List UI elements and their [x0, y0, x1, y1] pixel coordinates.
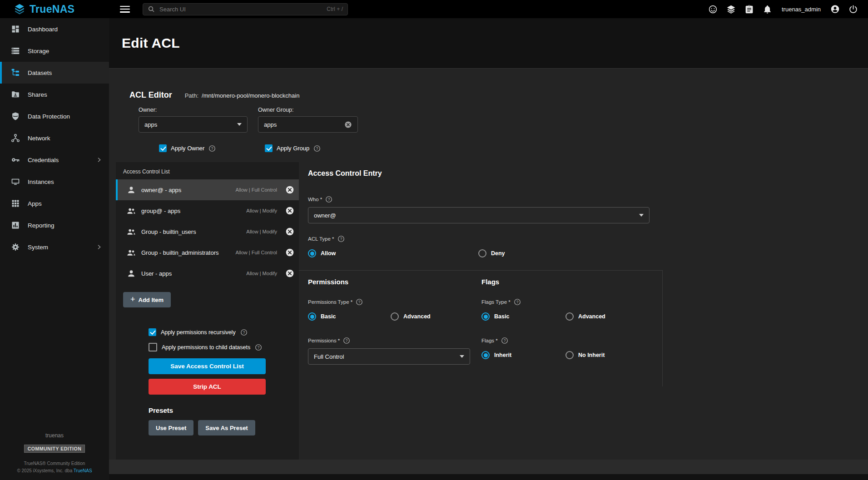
remove-entry-icon[interactable] — [285, 227, 294, 236]
truenas-logo[interactable]: TrueNAS — [0, 3, 109, 15]
owner-group-input[interactable]: apps — [258, 116, 358, 133]
help-icon[interactable]: ? — [240, 329, 248, 336]
hostname: truenas — [0, 432, 109, 439]
truenas-link[interactable]: TrueNAS — [74, 468, 92, 473]
hamburger-menu-icon[interactable] — [120, 6, 130, 13]
bell-icon[interactable] — [763, 5, 772, 14]
sidebar-item-system[interactable]: System — [0, 236, 109, 258]
remove-entry-icon[interactable] — [285, 206, 294, 215]
help-icon[interactable]: ? — [337, 235, 345, 242]
child-datasets-label: Apply permissions to child datasets — [162, 344, 250, 351]
datasets-icon — [11, 68, 20, 77]
access-control-list-panel: Access Control List owner@ - apps Allow … — [116, 162, 299, 460]
sidebar-item-credentials[interactable]: Credentials — [0, 149, 109, 171]
radio-button-icon — [308, 312, 316, 321]
sidebar: Dashboard Storage Datasets Shares Data P… — [0, 18, 109, 480]
group-icon — [127, 248, 136, 257]
svg-text:?: ? — [258, 345, 260, 349]
sidebar-footer: truenas COMMUNITY EDITION TrueNAS® Commu… — [0, 432, 109, 475]
sidebar-item-label: Datasets — [28, 69, 52, 76]
add-item-button[interactable]: + Add Item — [123, 292, 171, 307]
sidebar-item-data-protection[interactable]: Data Protection — [0, 105, 109, 127]
strip-acl-button[interactable]: Strip ACL — [149, 379, 266, 395]
radio-allow[interactable]: Allow — [308, 249, 478, 257]
recursive-label: Apply permissions recursively — [161, 329, 236, 336]
svg-text:?: ? — [340, 237, 342, 241]
radio-flags-basic[interactable]: Basic — [481, 312, 565, 321]
global-search[interactable]: Ctrl + / — [143, 3, 348, 15]
radio-button-icon — [565, 312, 574, 321]
permissions-type-label: Permissions Type * — [308, 299, 352, 305]
help-icon[interactable]: ? — [313, 145, 321, 152]
help-icon[interactable]: ? — [208, 145, 216, 152]
owner-label: Owner: — [139, 107, 248, 113]
layers-icon[interactable] — [726, 5, 736, 14]
use-preset-button[interactable]: Use Preset — [149, 420, 193, 435]
search-icon — [148, 5, 155, 13]
brand-name: TrueNAS — [30, 3, 74, 15]
remove-entry-icon[interactable] — [285, 185, 294, 194]
apply-owner-checkbox[interactable] — [159, 144, 167, 152]
svg-text:?: ? — [243, 330, 245, 334]
sidebar-item-storage[interactable]: Storage — [0, 40, 109, 62]
acl-entry-row[interactable]: Group - builtin_administrators Allow | F… — [116, 242, 299, 263]
permissions-select[interactable]: Full Control — [308, 348, 470, 365]
owner-select[interactable]: apps — [139, 116, 248, 133]
remove-entry-icon[interactable] — [285, 248, 294, 257]
radio-permissions-advanced[interactable]: Advanced — [391, 312, 431, 321]
acl-list-title: Access Control List — [116, 168, 299, 175]
radio-deny[interactable]: Deny — [478, 249, 505, 257]
help-icon[interactable]: ? — [255, 344, 262, 351]
help-icon[interactable]: ? — [501, 337, 508, 344]
sidebar-item-apps[interactable]: Apps — [0, 193, 109, 214]
group-icon — [127, 227, 136, 236]
radio-inherit[interactable]: Inherit — [481, 351, 565, 359]
svg-text:?: ? — [346, 338, 348, 343]
smiley-icon[interactable] — [708, 5, 718, 14]
card-footer-strip — [109, 460, 868, 474]
acl-entry-row[interactable]: Group - builtin_users Allow | Modify — [116, 221, 299, 242]
help-icon[interactable]: ? — [343, 337, 350, 344]
apply-owner-label: Apply Owner — [171, 145, 204, 152]
flags-type-radio-group: Basic Advanced — [481, 312, 662, 321]
apply-group-row: Apply Group ? — [265, 144, 371, 152]
help-icon[interactable]: ? — [514, 298, 521, 306]
radio-button-icon — [478, 249, 486, 257]
user-icon — [127, 269, 136, 278]
radio-flags-advanced[interactable]: Advanced — [565, 312, 605, 321]
sidebar-item-reporting[interactable]: Reporting — [0, 214, 109, 236]
power-icon[interactable] — [848, 5, 858, 14]
clipboard-icon[interactable] — [744, 5, 754, 14]
sidebar-item-network[interactable]: Network — [0, 127, 109, 149]
help-icon[interactable]: ? — [325, 196, 332, 203]
who-select[interactable]: owner@ — [308, 207, 650, 223]
acl-entry-row[interactable]: owner@ - apps Allow | Full Control — [116, 179, 299, 200]
acl-entry-row[interactable]: User - apps Allow | Modify — [116, 263, 299, 284]
acl-entry-rule: Allow | Modify — [246, 208, 277, 213]
sidebar-item-shares[interactable]: Shares — [0, 84, 109, 105]
sidebar-item-instances[interactable]: Instances — [0, 171, 109, 193]
remove-entry-icon[interactable] — [285, 269, 294, 278]
search-input[interactable] — [159, 5, 323, 13]
acl-type-label: ACL Type * — [308, 236, 334, 242]
chevron-down-icon — [237, 123, 242, 126]
apply-group-checkbox[interactable] — [265, 144, 273, 152]
help-icon[interactable]: ? — [356, 298, 363, 306]
apply-recursively-checkbox[interactable] — [149, 328, 156, 336]
save-as-preset-button[interactable]: Save As Preset — [198, 420, 255, 435]
acl-entry-row[interactable]: group@ - apps Allow | Modify — [116, 200, 299, 221]
clear-input-icon[interactable] — [344, 121, 352, 129]
sidebar-item-dashboard[interactable]: Dashboard — [0, 18, 109, 40]
apply-to-child-datasets-checkbox[interactable] — [149, 343, 157, 351]
radio-no-inherit[interactable]: No Inherit — [565, 351, 605, 359]
user-avatar-icon[interactable] — [830, 5, 840, 14]
radio-permissions-basic[interactable]: Basic — [308, 312, 391, 321]
radio-button-icon — [481, 312, 490, 321]
save-acl-button[interactable]: Save Access Control List — [149, 358, 266, 374]
shares-icon — [11, 90, 20, 99]
radio-button-icon — [308, 249, 316, 257]
apply-group-label: Apply Group — [277, 145, 309, 152]
apps-icon — [11, 199, 20, 208]
owner-group-label: Owner Group: — [258, 107, 358, 113]
sidebar-item-datasets[interactable]: Datasets — [0, 62, 109, 84]
